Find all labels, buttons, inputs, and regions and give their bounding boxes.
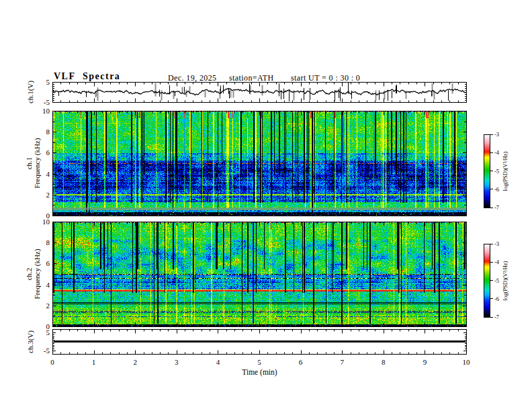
ylabel-ch2-frequency: ch.2Frequency (kHz) (25, 249, 41, 300)
colorbar-tick-label: -7 (494, 314, 509, 320)
xaxis-label: Time (min) (212, 368, 307, 376)
x-tick-label: 1 (87, 358, 101, 366)
colorbar-tick-label: -3 (494, 240, 509, 247)
ch2-spec-y-tick-label: 10 (27, 218, 50, 226)
x-tick-label: 4 (210, 358, 225, 366)
colorbar-tick-mark (490, 134, 493, 135)
ch3-y-tick-label: -5 (27, 347, 50, 355)
colorbar-tick-label: -5 (494, 277, 509, 284)
colorbar-tick-label: -6 (494, 186, 509, 193)
x-tick-label: 8 (376, 358, 391, 366)
colorbar-tick-label: -4 (494, 259, 509, 265)
colorbar-tick-mark (490, 189, 493, 189)
ch1-spec-y-tick-label: 2 (27, 191, 50, 199)
x-tick-label: 6 (294, 358, 308, 366)
colorbar-tick-label: -3 (494, 131, 509, 138)
colorbar-tick-label: -7 (494, 204, 509, 211)
x-tick-label: 10 (459, 358, 474, 366)
colorbar-ch2-canvas (484, 244, 490, 318)
x-tick-label: 3 (169, 358, 184, 366)
colorbar-ch1-canvas (484, 134, 490, 208)
ch1-wave-y-tick-label: -5 (27, 98, 50, 106)
colorbar-tick-mark (490, 152, 493, 153)
plot-title: VLF Spectra (54, 71, 120, 82)
x-tick-label: 0 (45, 358, 60, 366)
ch1-waveform-canvas (52, 82, 467, 103)
colorbar-tick-mark (490, 208, 493, 208)
colorbar-tick-mark (490, 317, 493, 318)
colorbar-tick-mark (490, 171, 493, 171)
ch1-spec-y-tick-label: 4 (27, 170, 50, 178)
colorbar-tick-mark (490, 280, 493, 281)
colorbar-tick-mark (490, 262, 493, 263)
colorbar-tick-label: -4 (494, 149, 509, 156)
ch1-spec-y-tick-label: 6 (27, 148, 50, 156)
ch2-spec-y-tick-label: 2 (27, 302, 50, 310)
ch1-spec-y-tick-label: 8 (27, 128, 50, 136)
x-tick-label: 9 (417, 358, 432, 366)
ch1-spectrogram-canvas (52, 111, 467, 216)
ch3-y-tick-label: 5 (27, 328, 50, 336)
ch1-wave-y-tick-label: 5 (27, 78, 50, 86)
ch2-spec-y-tick-label: 4 (27, 281, 50, 289)
x-tick-label: 7 (335, 358, 349, 366)
ch2-spectrogram-canvas (52, 222, 467, 327)
ch2-spec-y-tick-label: 8 (27, 238, 50, 246)
ch3-waveform-canvas (52, 329, 467, 355)
ch1-spec-y-tick-label: 10 (27, 107, 50, 115)
x-tick-label: 5 (252, 358, 267, 366)
ylabel-ch1-frequency: ch.1Frequency (kHz) (25, 138, 41, 189)
colorbar-tick-label: -6 (494, 295, 509, 302)
colorbar-tick-mark (490, 298, 493, 299)
colorbar-tick-mark (490, 244, 493, 244)
ch2-spec-y-tick-label: 6 (27, 259, 50, 267)
vlf-spectra-figure: VLF Spectra Dec. 19, 2025 station=ATH st… (0, 0, 532, 411)
x-tick-label: 2 (128, 358, 142, 366)
colorbar-tick-label: -5 (494, 168, 509, 175)
